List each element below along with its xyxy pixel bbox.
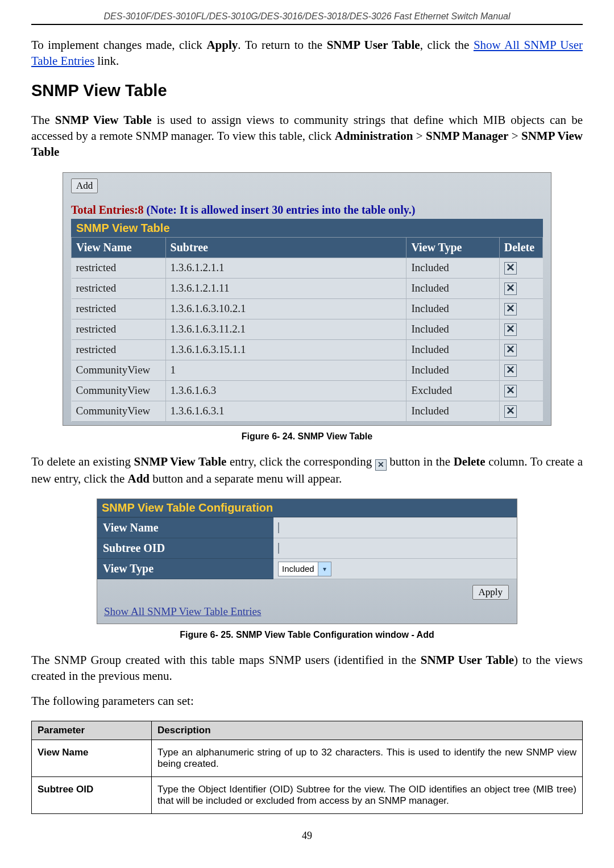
cell-subtree: 1.3.6.1.6.3 [165, 380, 406, 401]
text: link. [94, 54, 119, 68]
cell-view-name: CommunityView [72, 360, 166, 380]
text: SNMP User Table [421, 653, 514, 667]
delete-button[interactable]: ✕ [504, 323, 517, 336]
text: , click the [420, 38, 474, 52]
text: To implement changes made, click [31, 38, 206, 52]
table-row: restricted1.3.6.1.6.3.15.1.1Included✕ [72, 339, 543, 360]
table-row: restricted1.3.6.1.6.3.10.2.1Included✕ [72, 298, 543, 319]
col-subtree: Subtree [165, 237, 406, 258]
cell-view-name: restricted [72, 339, 166, 360]
cell-view-name: restricted [72, 298, 166, 319]
cell-view-name: restricted [72, 278, 166, 298]
cell-subtree: 1.3.6.1.2.1.11 [165, 278, 406, 298]
intro-paragraph: To implement changes made, click Apply. … [31, 37, 583, 69]
cfg-viewname-label: View Name [97, 518, 273, 538]
table-row: CommunityView1.3.6.1.6.3Excluded✕ [72, 380, 543, 401]
cell-view-type: Included [406, 339, 499, 360]
delete-button[interactable]: ✕ [504, 385, 517, 397]
view-type-value: Included [279, 564, 318, 574]
section-intro: The SNMP View Table is used to assign vi… [31, 112, 583, 160]
cell-subtree: 1.3.6.1.6.3.11.2.1 [165, 319, 406, 339]
apply-button[interactable]: Apply [472, 585, 509, 600]
cell-subtree: 1.3.6.1.6.3.10.2.1 [165, 298, 406, 319]
text: The SNMP Group created with this table m… [31, 653, 421, 667]
delete-button[interactable]: ✕ [504, 262, 517, 275]
text: The [31, 113, 55, 127]
delete-button[interactable]: ✕ [504, 283, 517, 295]
cell-view-type: Included [406, 401, 499, 421]
text: . To return to the [238, 38, 326, 52]
apply-word: Apply [206, 38, 238, 52]
cell-view-type: Included [406, 360, 499, 380]
snmp-view-config-screenshot: SNMP View Table Configuration View Name … [97, 499, 517, 624]
param-desc: Type an alphanumeric string of up to 32 … [152, 740, 583, 777]
col-view-type: View Type [406, 237, 499, 258]
param-header-parameter: Parameter [32, 721, 152, 740]
figure-caption-1: Figure 6- 24. SNMP View Table [31, 431, 583, 442]
delete-icon: ✕ [375, 459, 387, 471]
cell-view-name: restricted [72, 258, 166, 278]
delete-button[interactable]: ✕ [504, 405, 517, 418]
mid-paragraph: To delete an existing SNMP View Table en… [31, 454, 583, 487]
table-row: View NameType an alphanumeric string of … [32, 740, 583, 777]
cell-subtree: 1 [165, 360, 406, 380]
table-row: restricted1.3.6.1.6.3.11.2.1Included✕ [72, 319, 543, 339]
cell-subtree: 1.3.6.1.2.1.1 [165, 258, 406, 278]
cell-view-type: Included [406, 298, 499, 319]
col-view-name: View Name [72, 237, 166, 258]
param-name: View Name [32, 740, 152, 777]
after-fig2-p1: The SNMP Group created with this table m… [31, 652, 583, 684]
text: button and a separate menu will appear. [150, 472, 342, 485]
table-row: restricted1.3.6.1.2.1.11Included✕ [72, 278, 543, 298]
table-row: restricted1.3.6.1.2.1.1Included✕ [72, 258, 543, 278]
cell-view-name: CommunityView [72, 401, 166, 421]
delete-button[interactable]: ✕ [504, 344, 517, 356]
snmp-user-table-word: SNMP User Table [327, 38, 420, 52]
page-header: DES-3010F/DES-3010FL/DES-3010G/DES-3016/… [31, 11, 583, 25]
show-all-snmp-view-link[interactable]: Show All SNMP View Table Entries [104, 605, 261, 617]
delete-button[interactable]: ✕ [504, 303, 517, 315]
cell-view-type: Included [406, 258, 499, 278]
parameter-table: Parameter Description View NameType an a… [31, 721, 583, 814]
cell-view-name: restricted [72, 319, 166, 339]
cell-view-type: Excluded [406, 380, 499, 401]
add-button[interactable]: Add [71, 178, 98, 193]
cfg-subtree-label: Subtree OID [97, 538, 273, 559]
text: button in the [387, 455, 454, 468]
total-entries-label: Total Entries:8 [71, 203, 147, 216]
page-number: 49 [31, 830, 583, 842]
text: entry, click the corresponding [226, 455, 375, 468]
cell-subtree: 1.3.6.1.6.3.1 [165, 401, 406, 421]
text: Delete [454, 455, 486, 468]
snmp-view-table: View Name Subtree View Type Delete restr… [71, 237, 543, 422]
cell-view-name: CommunityView [72, 380, 166, 401]
table-row: CommunityView1.3.6.1.6.3.1Included✕ [72, 401, 543, 421]
param-name: Subtree OID [32, 777, 152, 814]
cfg-viewtype-label: View Type [97, 559, 273, 579]
cell-view-type: Included [406, 319, 499, 339]
config-title: SNMP View Table Configuration [97, 499, 517, 517]
view-type-select[interactable]: Included ▾ [278, 562, 331, 576]
snmp-view-table-title: SNMP View Table [71, 219, 543, 237]
text: Administration [335, 129, 413, 143]
table-row: CommunityView1Included✕ [72, 360, 543, 380]
text: Add [128, 472, 150, 485]
figure-caption-2: Figure 6- 25. SNMP View Table Configurat… [31, 630, 583, 640]
text: SNMP View Table [55, 113, 152, 127]
subtree-oid-input[interactable] [278, 543, 279, 554]
total-entries-note: (Note: It is allowed insert 30 entries i… [147, 203, 416, 216]
snmp-view-table-screenshot: Add Total Entries:8 (Note: It is allowed… [63, 172, 551, 426]
section-title: SNMP View Table [31, 81, 583, 100]
cell-view-type: Included [406, 278, 499, 298]
text: SNMP View Table [134, 455, 227, 468]
cell-subtree: 1.3.6.1.6.3.15.1.1 [165, 339, 406, 360]
text: SNMP Manager [426, 129, 508, 143]
table-row: Subtree OIDType the Object Identifier (O… [32, 777, 583, 814]
text: > [413, 129, 426, 143]
text: > [508, 129, 521, 143]
view-name-input[interactable] [278, 522, 279, 533]
param-desc: Type the Object Identifier (OID) Subtree… [152, 777, 583, 814]
delete-button[interactable]: ✕ [504, 364, 517, 377]
chevron-down-icon: ▾ [318, 562, 331, 576]
param-header-description: Description [152, 721, 583, 740]
